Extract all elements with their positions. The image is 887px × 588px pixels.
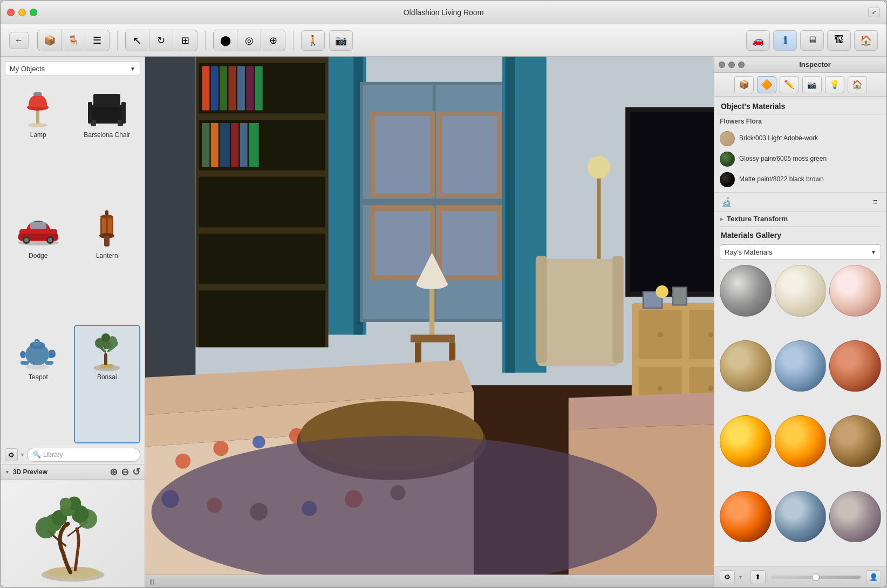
minimize-button[interactable]: [18, 9, 26, 16]
room-scene: [145, 57, 714, 587]
gallery-dropdown[interactable]: Ray's Materials ▼: [720, 244, 881, 259]
zoom-button[interactable]: [30, 9, 37, 16]
render-icon: ⊕: [269, 35, 277, 46]
fullscreen-button[interactable]: ⤢: [868, 8, 880, 17]
zoom-in-icon[interactable]: ⊕: [110, 466, 118, 478]
tab-house[interactable]: 🏠: [848, 76, 867, 93]
svg-rect-83: [440, 113, 500, 195]
car-button[interactable]: 🚗: [746, 30, 770, 51]
objects-button[interactable]: 📦: [38, 30, 62, 51]
gallery-ball-5[interactable]: [775, 340, 827, 392]
gallery-ball-9[interactable]: [829, 415, 881, 467]
svg-rect-22: [108, 218, 112, 234]
flowers-flora-label: Flowers Flora: [714, 114, 886, 126]
material-matte[interactable]: Matte paint/8022 black brown: [714, 169, 886, 190]
sep2: [205, 31, 206, 50]
opacity-slider[interactable]: [771, 576, 861, 579]
inspector-panel: Inspector 📦 🔶 ✏️ 📷 💡: [714, 57, 886, 587]
render-view-btn[interactable]: ⊕: [261, 30, 285, 51]
walk-icon: 🚶: [307, 35, 319, 46]
svg-rect-66: [199, 177, 325, 228]
gallery-ball-2[interactable]: [775, 265, 827, 317]
close-button[interactable]: [7, 9, 15, 16]
inspector-settings-arrow: ▼: [738, 575, 743, 580]
texture-transform-section[interactable]: ▶ Texture Transform: [714, 211, 886, 226]
object-item-lamp[interactable]: Lamp: [5, 83, 72, 201]
inspector-settings-button[interactable]: ⚙: [720, 570, 735, 584]
preview-collapse-icon[interactable]: ▼: [5, 469, 10, 475]
list-button[interactable]: ☰: [85, 30, 109, 51]
blueprint-icon: 🏗: [834, 35, 844, 46]
object-item-dodge[interactable]: Dodge: [5, 203, 72, 322]
gallery-ball-11[interactable]: [775, 491, 827, 543]
svg-rect-84: [373, 208, 433, 278]
toolbar-right: 🚗 ℹ 🖥 🏗 🏠: [746, 30, 878, 51]
wire-view-btn[interactable]: ◎: [237, 30, 261, 51]
view-mode-group: ⬤ ◎ ⊕: [213, 30, 285, 51]
material-glossy[interactable]: Glossy paint/6005 moss green: [714, 149, 886, 169]
tab-sphere-icon: 🔶: [761, 79, 773, 91]
svg-rect-35: [104, 353, 107, 365]
gallery-ball-1[interactable]: [720, 265, 772, 317]
tab-light[interactable]: 💡: [825, 76, 844, 93]
gallery-ball-4[interactable]: [720, 340, 772, 392]
info-button[interactable]: ℹ: [773, 30, 797, 51]
material-brick[interactable]: Brick/003 Light Adobe-work: [714, 128, 886, 149]
gallery-ball-6[interactable]: [829, 340, 881, 392]
object-item-bonsai[interactable]: Bonsai: [74, 325, 141, 443]
tab-objects-icon: 📦: [739, 79, 749, 90]
object-item-lantern[interactable]: Lantern: [74, 203, 141, 322]
inspector-user-button[interactable]: 👤: [866, 570, 881, 584]
preview-section: ▼ 3D Preview ⊕ ⊖ ↺: [1, 464, 145, 587]
gallery-ball-12[interactable]: [829, 491, 881, 543]
zoom-out-icon[interactable]: ⊖: [121, 466, 129, 478]
gallery-ball-8[interactable]: [775, 415, 827, 467]
object-item-teapot[interactable]: Teapot: [5, 325, 72, 443]
svg-point-102: [708, 386, 713, 391]
svg-rect-86: [429, 284, 434, 335]
tab-objects[interactable]: 📦: [734, 76, 754, 93]
preview-controls: ⊕ ⊖ ↺: [110, 466, 140, 478]
gallery-ball-3[interactable]: [829, 265, 881, 317]
objects-dropdown[interactable]: My Objects ▼: [5, 61, 140, 76]
eyedropper-button[interactable]: 🔬: [720, 195, 734, 209]
reset-view-icon[interactable]: ↺: [132, 466, 140, 478]
objects-settings-button[interactable]: ⚙: [5, 448, 18, 461]
back-button[interactable]: ←: [9, 32, 29, 49]
svg-rect-73: [237, 66, 245, 111]
furniture-button[interactable]: 🪑: [62, 30, 85, 51]
left-panel: My Objects ▼ Lamp: [1, 57, 145, 587]
tab-materials[interactable]: 🔶: [757, 76, 776, 93]
gallery-ball-7[interactable]: [720, 415, 772, 467]
camera-button[interactable]: 📷: [329, 30, 353, 51]
svg-rect-70: [211, 66, 219, 111]
brick-swatch: [720, 131, 735, 146]
monitor-button[interactable]: 🖥: [800, 30, 824, 51]
svg-point-100: [708, 332, 713, 337]
viewport[interactable]: |||: [145, 57, 714, 587]
matte-swatch: [720, 172, 735, 187]
snap-tool[interactable]: ⊞: [173, 30, 197, 51]
blueprint-button[interactable]: 🏗: [827, 30, 851, 51]
tab-camera[interactable]: 📷: [802, 76, 822, 93]
svg-point-99: [658, 332, 663, 337]
rotate-tool[interactable]: ↻: [149, 30, 173, 51]
solid-view-btn[interactable]: ⬤: [214, 30, 237, 51]
objects-materials-header: Object's Materials: [714, 97, 886, 114]
gallery-ball-10[interactable]: [720, 491, 772, 543]
object-item-barselona-chair[interactable]: Barselona Chair: [74, 83, 141, 201]
house-button[interactable]: 🏠: [854, 30, 878, 51]
svg-rect-82: [373, 113, 433, 195]
preview-canvas: [1, 480, 145, 587]
select-tool[interactable]: ↖: [126, 30, 149, 51]
sep1: [117, 31, 118, 50]
svg-rect-75: [255, 66, 263, 111]
svg-rect-30: [21, 361, 29, 364]
walk-button[interactable]: 🚶: [301, 30, 325, 51]
inspector-import-button[interactable]: ⬆: [750, 570, 766, 584]
tab-edit[interactable]: ✏️: [780, 76, 799, 93]
search-bar[interactable]: 🔍 Library: [27, 448, 140, 462]
material-menu-button[interactable]: ≡: [869, 196, 881, 208]
svg-rect-71: [220, 66, 227, 111]
opacity-slider-thumb[interactable]: [812, 573, 820, 581]
